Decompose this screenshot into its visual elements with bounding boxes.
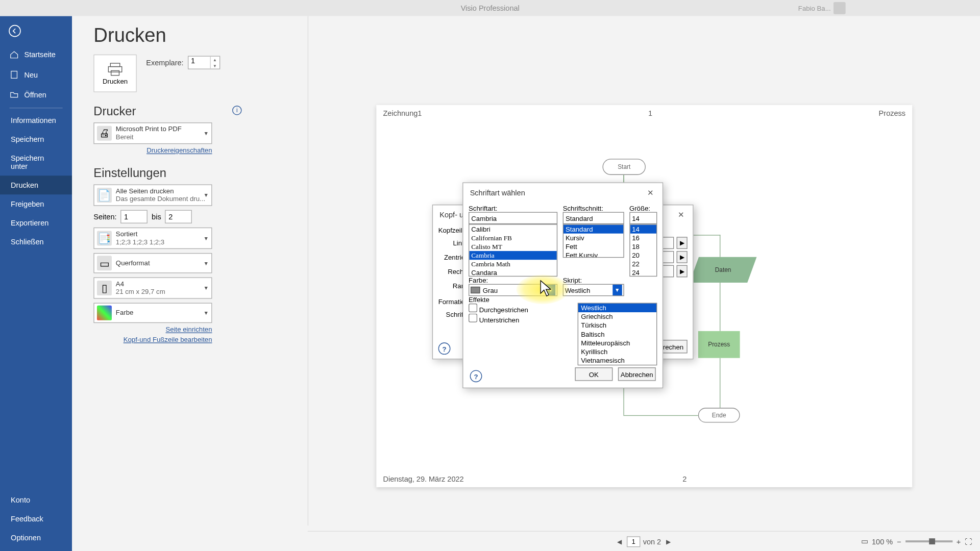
- sidebar-label: Drucken: [11, 181, 38, 189]
- list-item[interactable]: Griechisch: [578, 312, 656, 321]
- home-icon: [9, 50, 18, 59]
- close-button[interactable]: ✕: [675, 209, 686, 220]
- sidebar-item-drucken[interactable]: Drucken: [0, 176, 72, 194]
- list-item[interactable]: Westlich: [578, 304, 656, 312]
- print-button-label: Drucken: [103, 77, 128, 85]
- insert-button[interactable]: ▶: [677, 251, 688, 263]
- paper-combo[interactable]: ▯ A421 cm x 29,7 cm ▼: [93, 277, 212, 298]
- list-item[interactable]: 18: [630, 242, 656, 251]
- sidebar-item-speichern-unter[interactable]: Speichern unter: [0, 148, 72, 176]
- script-value: Westlich: [565, 286, 591, 294]
- pages-combo[interactable]: 📄 Alle Seiten drucken Das gesamte Dokume…: [93, 184, 212, 206]
- copies-spinner[interactable]: 1 ▲▼: [188, 56, 220, 69]
- collate-combo[interactable]: 📑 Sortiert1;2;3 1;2;3 1;2;3 ▼: [93, 228, 212, 249]
- pages-to-label: bis: [152, 213, 161, 221]
- size-list[interactable]: 14 16 18 20 22 24 26 28: [629, 224, 657, 277]
- script-label: Skript:: [563, 277, 582, 284]
- settings-heading: Einstellungen: [93, 166, 241, 181]
- color-combo[interactable]: Farbe ▼: [93, 303, 212, 323]
- list-item[interactable]: Standard: [564, 225, 623, 234]
- chevron-down-icon: ▼: [203, 260, 208, 266]
- list-item[interactable]: Calisto MT: [469, 242, 556, 251]
- list-item[interactable]: Calibri: [469, 225, 556, 234]
- sidebar-label: Informationen: [11, 116, 56, 124]
- spinner-down-icon[interactable]: ▼: [210, 63, 219, 69]
- list-item[interactable]: Fett Kursiv: [564, 251, 623, 258]
- list-item[interactable]: Kyrillisch: [578, 347, 656, 356]
- font-input[interactable]: [469, 212, 557, 224]
- list-item[interactable]: Baltisch: [578, 330, 656, 338]
- cancel-button[interactable]: Abbrechen: [618, 367, 656, 381]
- spinner-up-icon[interactable]: ▲: [210, 57, 219, 63]
- list-item[interactable]: Californian FB: [469, 234, 556, 242]
- fit-width-icon[interactable]: ⛶: [965, 537, 972, 545]
- list-item[interactable]: Türkisch: [578, 321, 656, 330]
- titlebar: Visio Professional Fabio Ba...: [0, 0, 980, 16]
- page-input[interactable]: [627, 536, 640, 547]
- style-input[interactable]: [563, 212, 624, 224]
- sidebar-label: Exportieren: [11, 219, 48, 227]
- font-color-combo[interactable]: Grau ▼: [469, 284, 557, 296]
- zoom-out-button[interactable]: −: [897, 537, 901, 545]
- sidebar-item-neu[interactable]: Neu: [0, 65, 72, 85]
- sidebar-item-startseite[interactable]: Startseite: [0, 44, 72, 65]
- size-input[interactable]: [629, 212, 657, 224]
- back-button[interactable]: [2, 17, 29, 44]
- list-item[interactable]: Kursiv: [564, 234, 623, 242]
- list-item[interactable]: Candara: [469, 268, 556, 277]
- underline-checkbox[interactable]: [469, 314, 477, 322]
- orientation-combo[interactable]: ▭ Querformat ▼: [93, 253, 212, 273]
- zoom-slider[interactable]: [905, 540, 952, 542]
- list-item[interactable]: Cambria: [469, 251, 556, 260]
- list-item[interactable]: 22: [630, 260, 656, 268]
- script-combo[interactable]: Westlich ▼: [563, 284, 624, 296]
- sidebar-label: Öffnen: [24, 91, 46, 99]
- sidebar-item-freigeben[interactable]: Freigeben: [0, 194, 72, 213]
- info-icon[interactable]: i: [232, 106, 241, 115]
- print-button[interactable]: Drucken: [93, 55, 136, 92]
- insert-button[interactable]: ▶: [677, 265, 688, 278]
- sidebar-item-feedback[interactable]: Feedback: [0, 509, 72, 528]
- sidebar-item-oeffnen[interactable]: Öffnen: [0, 85, 72, 105]
- style-list[interactable]: Standard Kursiv Fett Fett Kursiv: [563, 224, 624, 258]
- insert-button[interactable]: ▶: [677, 237, 688, 249]
- fit-page-icon[interactable]: ▭: [861, 537, 868, 546]
- preview-date: Dienstag, 29. März 2022: [383, 475, 464, 483]
- sidebar-item-optionen[interactable]: Optionen: [0, 528, 72, 547]
- close-button[interactable]: ✕: [645, 187, 656, 198]
- user-badge[interactable]: Fabio Ba...: [798, 2, 846, 14]
- help-button[interactable]: ?: [470, 370, 482, 382]
- printer-properties-link[interactable]: Druckereigenschaften: [93, 147, 212, 155]
- list-item[interactable]: 16: [630, 234, 656, 242]
- svg-point-0: [9, 26, 20, 37]
- list-item[interactable]: 20: [630, 251, 656, 260]
- pages-to-input[interactable]: [165, 210, 192, 223]
- zoom-in-button[interactable]: +: [957, 537, 961, 545]
- strike-checkbox[interactable]: [469, 304, 477, 312]
- list-item[interactable]: Mitteleuropäisch: [578, 338, 656, 347]
- pages-from-input[interactable]: [120, 210, 148, 223]
- printer-combo[interactable]: 🖨 Microsoft Print to PDF Bereit ▼: [93, 122, 212, 144]
- copies-value: 1: [191, 57, 195, 65]
- list-item[interactable]: Cambria Math: [469, 260, 556, 268]
- next-page-button[interactable]: ▶: [664, 537, 673, 546]
- page-setup-link[interactable]: Seite einrichten: [93, 325, 212, 333]
- sidebar-item-konto[interactable]: Konto: [0, 491, 72, 510]
- prev-page-button[interactable]: ◀: [615, 537, 624, 546]
- script-dropdown[interactable]: Westlich Griechisch Türkisch Baltisch Mi…: [578, 303, 657, 366]
- font-list[interactable]: Calibri Californian FB Calisto MT Cambri…: [469, 224, 557, 277]
- ok-button[interactable]: OK: [575, 367, 612, 381]
- zoom-thumb[interactable]: [929, 538, 935, 544]
- sidebar-item-informationen[interactable]: Informationen: [0, 111, 72, 130]
- list-item[interactable]: 14: [630, 225, 656, 234]
- shape-process: Prozess: [698, 331, 740, 358]
- list-item[interactable]: 24: [630, 268, 656, 277]
- sidebar-item-schliessen[interactable]: Schließen: [0, 232, 72, 251]
- header-footer-link[interactable]: Kopf-und Fußzeile bearbeiten: [93, 336, 212, 343]
- help-button[interactable]: ?: [438, 342, 451, 355]
- list-item[interactable]: Fett: [564, 242, 623, 251]
- chevron-down-icon: ▼: [203, 192, 208, 198]
- sidebar-item-exportieren[interactable]: Exportieren: [0, 213, 72, 232]
- list-item[interactable]: Vietnamesisch: [578, 356, 656, 365]
- sidebar-item-speichern[interactable]: Speichern: [0, 130, 72, 149]
